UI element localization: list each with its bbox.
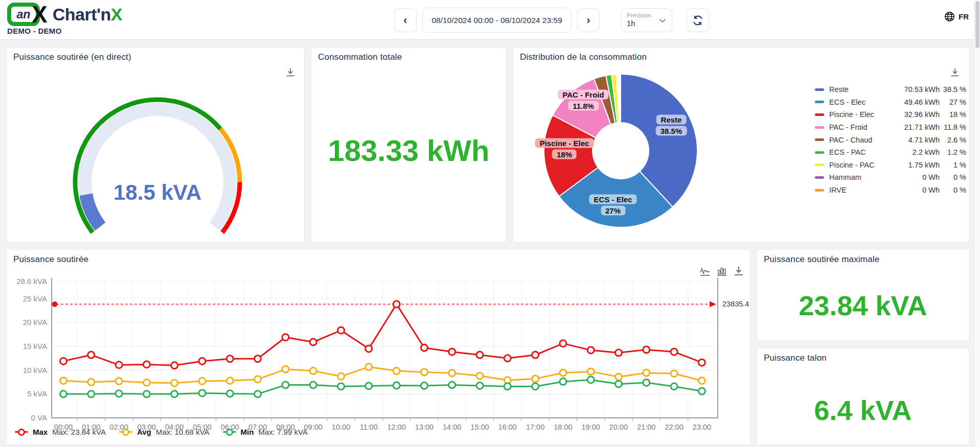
svg-text:20 kVA: 20 kVA xyxy=(23,318,47,326)
donut-legend-row[interactable]: PAC - Chaud4.71 kWh2.6 % xyxy=(815,133,966,146)
app-logo[interactable]: an X Chart'n X xyxy=(7,3,122,26)
card-base-power: Puissance talon 6.4 kVA xyxy=(757,348,969,445)
card-consumption-distribution: Distribution de la consommation Reste 38… xyxy=(513,47,969,243)
svg-text:14:00: 14:00 xyxy=(443,423,461,431)
legend-energy-value: 4.71 kWh xyxy=(895,136,940,144)
svg-text:23835.4: 23835.4 xyxy=(722,300,749,308)
min-series-marker xyxy=(223,429,236,436)
svg-text:13:00: 13:00 xyxy=(415,423,434,431)
slice-callout: Piscine - Elec 18% xyxy=(535,138,594,159)
donut-legend-row[interactable]: Piscine - Elec32.96 kWh18 % xyxy=(815,108,966,121)
legend-swatch xyxy=(815,113,824,116)
card-total-consumption: Consommation totale 183.33 kWh xyxy=(311,47,507,243)
svg-text:5 kVA: 5 kVA xyxy=(27,389,47,398)
svg-text:28.6 kVA: 28.6 kVA xyxy=(16,277,47,286)
svg-text:15:00: 15:00 xyxy=(470,423,489,431)
legend-energy-value: 0 Wh xyxy=(895,186,940,194)
donut-legend-row[interactable]: Reste70.53 kWh38.5 % xyxy=(815,83,966,96)
legend-label: PAC - Chaud xyxy=(829,136,895,144)
max-power-value: 23.84 kVA xyxy=(757,290,969,321)
precision-value: 1h xyxy=(627,19,651,28)
legend-percent-value: 27 % xyxy=(940,98,966,106)
legend-item-avg[interactable]: Avg Max: 10.68 kVA xyxy=(119,428,210,436)
legend-item-min[interactable]: Min Max: 7.99 kVA xyxy=(223,428,308,436)
donut-legend-row[interactable]: IRVE0 Wh0 % xyxy=(815,184,966,197)
base-power-value: 6.4 kVA xyxy=(757,394,969,426)
legend-energy-value: 21.71 kWh xyxy=(895,123,940,131)
legend-swatch xyxy=(815,138,824,141)
legend-swatch xyxy=(815,151,824,154)
legend-label: Hammam xyxy=(829,173,895,181)
slice-callout: ECS - Elec 27% xyxy=(589,195,636,216)
donut-legend-row[interactable]: Piscine - PAC1.75 kWh1 % xyxy=(815,159,966,172)
gauge-chart[interactable]: 18.5 kVA xyxy=(71,95,244,238)
globe-icon xyxy=(944,11,955,22)
svg-text:10 kVA: 10 kVA xyxy=(23,366,47,374)
avg-series-marker xyxy=(119,429,132,436)
precision-select[interactable]: Précision 1h xyxy=(621,8,672,32)
download-icon[interactable] xyxy=(949,67,961,78)
language-selector[interactable]: FR xyxy=(944,11,969,22)
svg-text:22:00: 22:00 xyxy=(665,423,683,431)
svg-text:23:00: 23:00 xyxy=(693,423,711,431)
legend-label: Piscine - Elec xyxy=(829,110,895,119)
svg-text:18.5 kVA: 18.5 kVA xyxy=(113,180,201,204)
legend-energy-value: 70.53 kWh xyxy=(895,85,940,93)
legend-energy-value: 32.96 kWh xyxy=(895,110,940,119)
legend-energy-value: 0 Wh xyxy=(895,173,940,181)
legend-percent-value: 2.6 % xyxy=(940,136,966,144)
legend-swatch xyxy=(815,126,824,129)
legend-energy-value: 49.46 kWh xyxy=(895,98,940,106)
refresh-icon xyxy=(692,15,703,26)
legend-label: Reste xyxy=(829,85,895,93)
legend-percent-value: 38.5 % xyxy=(940,85,966,93)
line-chart[interactable]: 28.6 kVA25 kVA20 kVA15 kVA10 kVA5 kVA0 V… xyxy=(7,250,751,445)
next-period-button[interactable]: › xyxy=(577,8,600,32)
legend-swatch xyxy=(815,163,824,166)
prev-period-button[interactable]: ‹ xyxy=(394,8,417,32)
card-title: Distribution de la consommation xyxy=(520,52,647,62)
slice-callout: Reste 38.5% xyxy=(656,115,687,136)
donut-legend-row[interactable]: Hammam0 Wh0 % xyxy=(815,171,966,184)
scrollbar-thumb[interactable] xyxy=(975,1,979,48)
card-live-power: Puissance soutirée (en direct) 18.5 kVA xyxy=(6,47,305,243)
app-title-accent: X xyxy=(111,5,122,25)
legend-item-max[interactable]: Max Max: 23.84 kVA xyxy=(15,428,106,436)
legend-swatch xyxy=(815,189,824,192)
card-title: Puissance soutirée (en direct) xyxy=(13,52,131,62)
language-code: FR xyxy=(959,12,969,21)
svg-text:10:00: 10:00 xyxy=(332,423,350,431)
line-legend: Max Max: 23.84 kVA Avg Max: 10.68 kVA Mi… xyxy=(15,428,308,436)
slice-callout: PAC - Froid 11.8% xyxy=(558,90,608,111)
legend-label: IRVE xyxy=(829,186,895,194)
donut-legend-row[interactable]: PAC - Froid21.71 kWh11.8 % xyxy=(815,121,966,134)
legend-swatch xyxy=(815,176,824,179)
donut-legend-row[interactable]: ECS - Elec49.46 kWh27 % xyxy=(815,96,966,109)
legend-energy-value: 1.75 kWh xyxy=(895,161,940,169)
legend-label: ECS - Elec xyxy=(829,98,895,106)
card-power-timeseries: Puissance soutirée 28.6 kVA25 kVA20 kVA1… xyxy=(6,249,750,445)
svg-text:20:00: 20:00 xyxy=(609,423,628,431)
svg-text:0 VA: 0 VA xyxy=(31,413,47,422)
logo-x: X xyxy=(32,4,48,25)
svg-text:21:00: 21:00 xyxy=(637,423,655,431)
page-scrollbar[interactable] xyxy=(974,0,980,447)
precision-label: Précision xyxy=(627,12,651,19)
app-title: Chart'n xyxy=(53,5,111,25)
date-range-input[interactable]: 08/10/2024 00:00 - 08/10/2024 23:59 xyxy=(422,8,572,33)
svg-text:17:00: 17:00 xyxy=(526,423,544,431)
max-series-marker xyxy=(15,429,28,436)
account-subtitle: DEMO - DEMO xyxy=(7,27,122,35)
card-max-power: Puissance soutirée maximale 23.84 kVA xyxy=(757,249,969,341)
legend-swatch xyxy=(815,88,824,91)
chevron-left-icon: ‹ xyxy=(403,15,407,26)
donut-legend-row[interactable]: ECS - PAC2.2 kWh1.2 % xyxy=(815,146,966,159)
svg-text:18:00: 18:00 xyxy=(554,423,572,431)
svg-text:19:00: 19:00 xyxy=(582,423,600,431)
svg-text:12:00: 12:00 xyxy=(387,423,405,431)
download-icon[interactable] xyxy=(285,67,296,78)
refresh-button[interactable] xyxy=(687,8,709,32)
chevron-right-icon: › xyxy=(586,15,590,26)
legend-swatch xyxy=(815,101,824,103)
legend-percent-value: 1 % xyxy=(940,161,966,169)
